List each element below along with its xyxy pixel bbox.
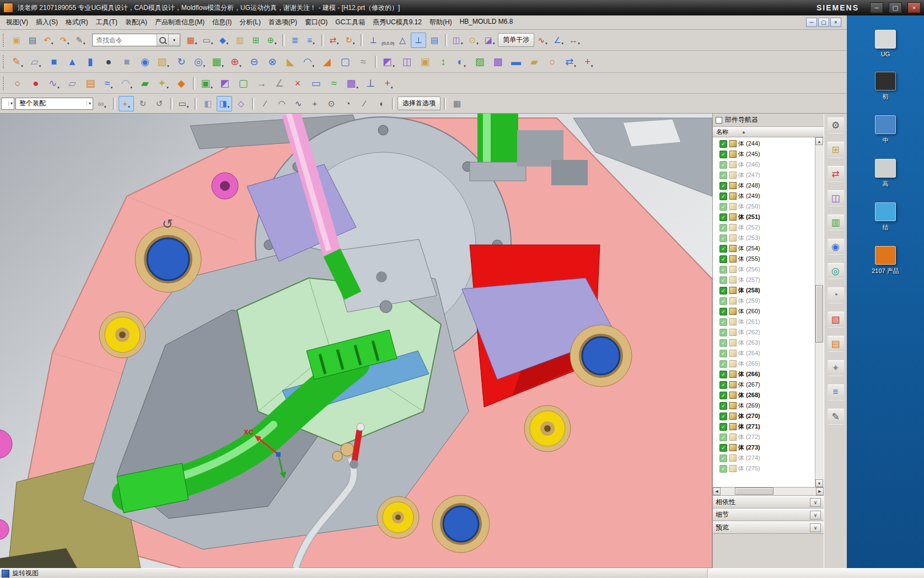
selection-preferences[interactable]: 选择首选项 [397,97,440,110]
navigator-row[interactable]: ✓体 (248) [715,180,815,191]
cylinder-icon[interactable]: ▮ [82,53,99,71]
offset-surface-icon[interactable]: ▣▾ [198,74,216,92]
restore-icon[interactable]: ▢ [889,2,902,13]
hole-icon[interactable]: ◎▾ [191,53,208,71]
pattern-feature-icon[interactable]: ▦▾ [209,53,227,71]
doc-close-icon[interactable]: × [830,18,841,27]
bounded-plane-icon[interactable]: ▭ [307,74,325,92]
system-scenes-icon[interactable]: ✎ [828,408,844,425]
shaded-view-icon[interactable]: ◧ [200,96,216,111]
menu-item[interactable]: 窗口(O) [301,16,331,29]
shaded-with-edges-icon[interactable]: ◨▾ [217,96,232,111]
checkbox-icon[interactable]: ✓ [719,297,727,305]
menu-item[interactable]: 工具(T) [92,16,121,29]
orient-view-icon[interactable]: ◆▾ [216,33,232,48]
snap-scene-icon[interactable]: ◇ [233,96,249,111]
swept-icon[interactable]: ◠▾ [118,74,136,92]
edge-blend-icon[interactable]: ◠▾ [300,53,318,71]
block-icon[interactable]: ■ [118,53,136,71]
snap-arc-icon[interactable]: ◠ [274,96,289,111]
navigator-row[interactable]: ✓体 (249) [715,191,815,201]
draft-icon[interactable]: ◢ [318,53,336,71]
wave-link-icon[interactable]: ∞▾ [94,96,110,111]
art-spline-icon[interactable]: ● [27,74,45,92]
checkbox-icon[interactable]: ✓ [719,392,727,399]
arrange-windows-icon[interactable]: ▦▾ [184,33,200,48]
x-form-icon[interactable]: ✦▾ [154,74,172,92]
navigator-row[interactable]: ✓体 (267) [715,379,815,390]
refit-surface-icon[interactable]: ≈ [325,74,343,92]
checkbox-icon[interactable]: ✓ [719,245,727,253]
scroll-up-icon[interactable]: ▲ [815,137,823,145]
navigator-row[interactable]: ✓体 (260) [715,306,815,317]
checkbox-icon[interactable]: ✓ [719,381,727,389]
sew-icon[interactable]: ▩ [489,53,507,71]
doc-minimize-icon[interactable]: ─ [806,18,817,27]
toolbar-grip[interactable] [3,55,6,68]
scroll-down-icon[interactable]: ▼ [815,479,823,487]
section-collapse-icon[interactable]: ∨ [810,498,821,507]
web-browser-icon[interactable]: ◎ [828,263,844,279]
checkbox-icon[interactable]: ✓ [719,182,727,190]
hd3d-tools-icon[interactable]: ◉ [828,238,844,255]
constraint-navigator-icon[interactable]: ⇄ [828,165,844,182]
offset-face-icon[interactable]: ▣ [416,53,434,71]
checkbox-icon[interactable]: ✓ [719,360,727,368]
type-filter-dropdown[interactable]: ▾ [1,98,14,110]
marquee-select-icon[interactable]: ▭▾ [176,96,191,111]
settings-gear-icon[interactable]: ⚙ [828,117,844,133]
navigator-row[interactable]: ✓体 (256) [715,264,815,275]
synchronous-move-icon[interactable]: +▾ [580,53,598,71]
trimmed-sheet-icon[interactable]: ◩ [216,74,234,92]
menu-item[interactable]: 产品制造信息(M) [151,16,208,29]
menu-item[interactable]: 格式(R) [62,16,92,29]
graphics-viewport[interactable]: XC ↺ [0,114,712,568]
mirror-feature-icon[interactable]: ◐▾ [453,53,470,71]
snap-intersection-icon[interactable]: + [307,96,323,111]
ruled-surface-icon[interactable]: ▤ [82,74,99,92]
search-dropdown-icon[interactable]: ▾ [168,34,180,46]
datum-plane-icon[interactable]: ▱▾ [27,53,45,71]
toolbar-grip[interactable] [3,34,6,47]
navigator-row[interactable]: ✓体 (266) [715,369,815,379]
checkbox-icon[interactable]: ✓ [719,318,727,326]
menu-item[interactable]: GC工具箱 [331,16,369,29]
minimize-icon[interactable]: ─ [870,2,883,13]
open-icon[interactable]: ▣ [9,33,24,48]
scrollbar-thumb[interactable] [815,285,823,342]
reuse-library-icon[interactable]: ▥ [828,214,844,231]
assembly-clearance-icon[interactable]: ◫▾ [450,33,465,48]
desktop-shortcut[interactable]: 初 [852,72,918,101]
subtract-icon[interactable]: ⊖ [245,53,263,71]
simple-interference[interactable]: 简单干涉 [498,33,534,47]
move-face-icon[interactable]: ⇄▾ [562,53,579,71]
fit-view-icon[interactable]: ⊞ [248,33,264,48]
section-dependencies[interactable]: 相依性 ∨ [713,496,824,509]
chamfer-icon[interactable]: ◣ [282,53,299,71]
history-palette-icon[interactable]: ◔ [828,287,844,303]
rotate-object-icon[interactable]: ↻▾ [342,33,358,48]
menu-item[interactable]: 帮助(H) [426,16,456,29]
intersect-icon[interactable]: ⊗ [264,53,281,71]
process-studio-icon[interactable]: ▤ [828,335,844,352]
cone-icon[interactable]: ▲ [63,53,81,71]
fill-surface-icon[interactable]: ▰ [136,74,154,92]
checkbox-icon[interactable]: ✓ [719,172,727,179]
close-icon[interactable]: × [907,2,921,13]
scroll-left-icon[interactable]: ◀ [713,488,721,495]
checkbox-icon[interactable]: ✓ [719,192,727,200]
navigator-row[interactable]: ✓体 (244) [715,138,815,149]
checkbox-icon[interactable]: ✓ [719,151,727,158]
navigator-row[interactable]: ✓体 (252) [715,222,815,233]
toolbar-grip[interactable] [3,77,6,90]
four-point-surface-icon[interactable]: ▱ [63,74,81,92]
selection-scope-dropdown[interactable]: 整个装配 ▾ [15,98,93,110]
section-view-icon[interactable]: ◪▾ [482,33,497,48]
datum-csys-icon[interactable]: ⊥ [366,33,381,48]
navigator-row[interactable]: ✓体 (273) [715,442,815,453]
checkbox-icon[interactable]: ✓ [719,434,727,441]
checkbox-icon[interactable]: ✓ [719,287,727,295]
spotlight-icon[interactable]: ⊙▾ [466,33,481,48]
datum-axis-icon[interactable]: ⊥ [362,74,379,92]
desktop-shortcut[interactable]: 2107 产品 [852,246,918,275]
